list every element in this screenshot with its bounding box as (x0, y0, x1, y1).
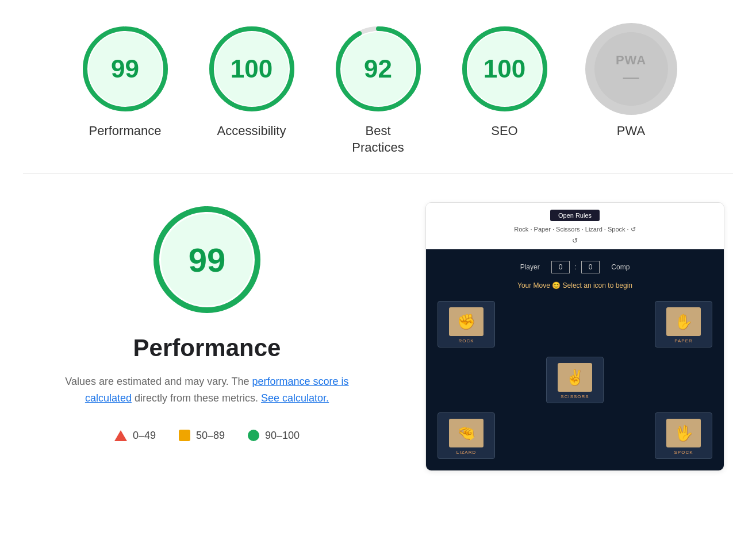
spock-label: SPOCK (674, 450, 693, 455)
score-item-seo: 100 SEO (459, 23, 551, 140)
score-label-best-practices: BestPractices (352, 123, 404, 156)
comp-score: 0 (581, 261, 600, 273)
score-circle-pwa: PWA — (585, 23, 677, 115)
game-header: Open Rules Rock · Paper · Scissors · Liz… (426, 203, 724, 249)
score-circle-seo: 100 (459, 23, 551, 115)
score-circle-accessibility: 100 (206, 23, 298, 115)
lizard-icon: 🤏 (449, 419, 483, 447)
score-item-best-practices: 92 BestPractices (332, 23, 424, 156)
lizard-label: LIZARD (456, 450, 476, 455)
player-label: Player (520, 263, 540, 271)
hand-card-spock[interactable]: 🖖 SPOCK (655, 412, 712, 459)
desc-before: Values are estimated and may vary. The (65, 376, 249, 387)
score-inner-best-practices: 92 (341, 32, 415, 106)
score-boxes: 0 : 0 (551, 261, 600, 273)
performance-title: Performance (133, 334, 281, 362)
pwa-label: PWA (616, 53, 646, 68)
mid-range-icon (179, 430, 190, 441)
bottom-section: 99 Performance Values are estimated and … (0, 173, 756, 494)
score-colon: : (574, 263, 576, 271)
player-score: 0 (551, 261, 570, 273)
game-body: Player 0 : 0 Comp Your Move 😊 Select an … (426, 249, 724, 470)
hand-card-rock[interactable]: ✊ ROCK (438, 301, 495, 348)
rock-icon: ✊ (449, 307, 483, 336)
score-value-performance: 99 (111, 55, 139, 83)
pwa-dash: — (623, 69, 639, 85)
hand-card-scissors[interactable]: ✌️ SCISSORS (546, 357, 604, 403)
your-move-text: Your Move 😊 Select an icon to begin (438, 281, 712, 289)
mid-range-label: 50–89 (196, 430, 225, 442)
score-inner-accessibility: 100 (215, 32, 289, 106)
spock-icon: 🖖 (666, 419, 701, 447)
high-range-label: 90–100 (265, 430, 300, 442)
open-rules-button[interactable]: Open Rules (550, 210, 600, 221)
score-value-accessibility: 100 (231, 55, 273, 83)
comp-label: Comp (611, 263, 630, 271)
game-preview: Open Rules Rock · Paper · Scissors · Liz… (425, 202, 724, 471)
hand-card-lizard[interactable]: 🤏 LIZARD (438, 412, 495, 459)
score-display: Player 0 : 0 Comp (438, 261, 712, 273)
score-legend: 0–49 50–89 90–100 (114, 430, 300, 442)
paper-icon: ✋ (666, 307, 701, 336)
score-value-seo: 100 (483, 55, 525, 83)
scissors-label: SCISSORS (561, 394, 589, 399)
high-range-icon (248, 430, 259, 441)
legend-item-mid: 50–89 (179, 430, 225, 442)
score-value-best-practices: 92 (364, 55, 392, 83)
performance-description: Values are estimated and may vary. The p… (57, 373, 356, 407)
paper-label: PAPER (674, 338, 693, 343)
scissors-icon: ✌️ (558, 363, 592, 392)
score-label-pwa: PWA (617, 123, 645, 140)
score-item-pwa: PWA — PWA (585, 23, 677, 140)
legend-item-high: 90–100 (248, 430, 300, 442)
see-calculator-link[interactable]: See calculator. (261, 392, 329, 404)
score-inner-seo: 100 (468, 32, 542, 106)
score-item-accessibility: 100 Accessibility (206, 23, 298, 140)
score-inner-performance: 99 (89, 32, 162, 106)
performance-detail-panel: 99 Performance Values are estimated and … (34, 202, 402, 442)
big-score-inner: 99 (161, 214, 253, 306)
score-label-performance: Performance (89, 123, 162, 140)
rock-label: ROCK (458, 338, 474, 343)
refresh-icon[interactable]: ↺ (435, 237, 715, 245)
hand-row-1: ✊ ROCK ✋ PAPER (438, 301, 712, 348)
score-inner-pwa: PWA — (594, 32, 668, 106)
desc-after: directly from these metrics. (135, 392, 261, 404)
low-range-icon (114, 430, 127, 441)
big-score-value: 99 (189, 241, 226, 279)
game-subtitle: Rock · Paper · Scissors · Lizard · Spock… (435, 226, 715, 233)
score-circle-best-practices: 92 (332, 23, 424, 115)
score-label-seo: SEO (491, 123, 517, 140)
scores-section: 99 Performance 100 Accessibility 92 (0, 0, 756, 173)
low-range-label: 0–49 (133, 430, 156, 442)
hand-card-paper[interactable]: ✋ PAPER (655, 301, 712, 348)
score-item-performance: 99 Performance (79, 23, 171, 140)
legend-item-low: 0–49 (114, 430, 156, 442)
big-score-circle: 99 (149, 202, 264, 317)
game-preview-panel: Open Rules Rock · Paper · Scissors · Liz… (414, 202, 724, 471)
score-label-accessibility: Accessibility (217, 123, 286, 140)
hand-row-3: 🤏 LIZARD 🖖 SPOCK (438, 412, 712, 459)
score-circle-performance: 99 (79, 23, 171, 115)
hand-row-2: ✌️ SCISSORS (438, 357, 712, 403)
